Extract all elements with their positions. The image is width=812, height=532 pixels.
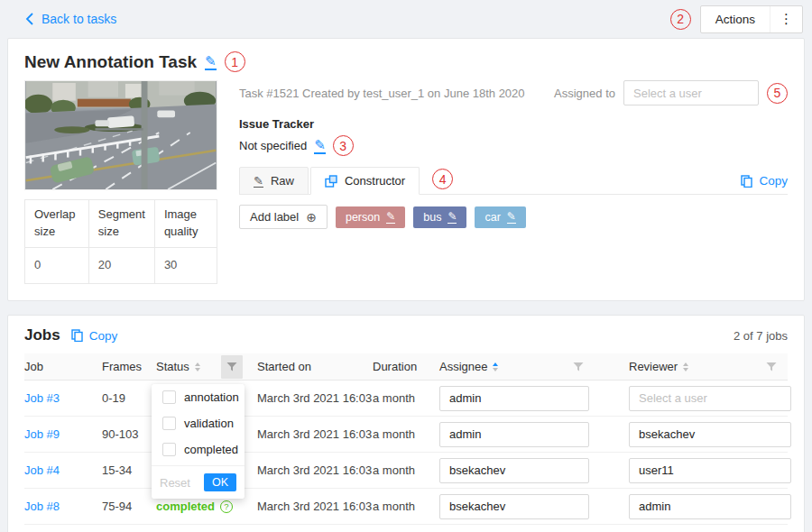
job-9-duration: a month: [373, 427, 439, 441]
status-filter-icon[interactable]: [221, 355, 243, 379]
column-frames: Frames: [102, 360, 156, 373]
reviewer-sorter[interactable]: [683, 362, 688, 371]
copy-icon: [71, 329, 83, 342]
job-8-reviewer-input[interactable]: [629, 494, 791, 519]
job-9-link[interactable]: Job #9: [24, 427, 102, 441]
tab-raw[interactable]: ✎ Raw: [239, 167, 309, 195]
edit-label-car-icon[interactable]: ✎: [507, 211, 516, 224]
copy-labels-link[interactable]: Copy: [741, 174, 788, 188]
job-3-assignee-input[interactable]: [439, 386, 589, 411]
task-meta-text: Task #1521 Created by test_user_1 on Jun…: [239, 87, 525, 100]
job-8-duration: a month: [373, 500, 439, 513]
column-status-label: Status: [156, 360, 189, 373]
tab-raw-label: Raw: [271, 174, 294, 188]
filter-option-completed[interactable]: completed: [152, 436, 245, 463]
edit-task-name-icon[interactable]: ✎: [205, 54, 217, 70]
edit-label-person-icon[interactable]: ✎: [386, 211, 395, 224]
assigned-to-input[interactable]: [623, 80, 759, 105]
copy-jobs-link[interactable]: Copy: [71, 329, 118, 343]
task-title: New Annotation Task: [24, 52, 197, 72]
edit-label-bus-icon[interactable]: ✎: [448, 211, 457, 224]
filter-option-annotation-label: annotation: [184, 390, 239, 404]
job-9-reviewer-input[interactable]: [629, 422, 791, 447]
more-dots-icon[interactable]: ⋮: [770, 6, 802, 32]
assignee-sorter[interactable]: [493, 362, 498, 371]
question-circle-icon[interactable]: ?: [220, 500, 233, 513]
job-row-4: Job #4 15-34 March 3rd 2021 16:03 a mont…: [24, 453, 788, 489]
param-value-segment: 20: [88, 247, 154, 283]
status-sorter[interactable]: [195, 362, 200, 371]
job-4-started: March 3rd 2021 16:03: [257, 463, 373, 477]
job-row-9: Job #9 90-103 March 3rd 2021 16:03 a mon…: [24, 417, 788, 453]
job-3-frames: 0-19: [102, 391, 156, 405]
copy-icon: [741, 175, 752, 188]
add-label-button[interactable]: Add label ⊕: [239, 205, 328, 229]
filter-option-annotation[interactable]: annotation: [152, 384, 245, 410]
callout-1: 1: [225, 51, 245, 72]
plus-circle-icon: ⊕: [306, 211, 317, 224]
jobs-card: Jobs Copy 2 of 7 jobs Job Frames Status …: [7, 315, 805, 532]
filter-option-validation[interactable]: validation: [152, 410, 245, 436]
checkbox-validation[interactable]: [162, 417, 176, 430]
label-chip-car[interactable]: car ✎: [475, 206, 525, 228]
top-bar: Back to tasks 2 Actions ⋮: [0, 0, 812, 38]
job-8-assignee-input[interactable]: [439, 494, 589, 519]
job-3-duration: a month: [373, 391, 439, 405]
pencil-icon: ✎: [254, 175, 263, 188]
checkbox-annotation[interactable]: [162, 390, 176, 404]
jobs-title: Jobs: [24, 326, 60, 344]
callout-3: 3: [333, 135, 354, 156]
job-row-3: Job #3 0-19 March 3rd 2021 16:03 a month: [24, 381, 788, 417]
job-4-link[interactable]: Job #4: [24, 463, 102, 477]
param-header-segment: Segment size: [88, 200, 154, 248]
assigned-to-label: Assigned to: [554, 87, 615, 100]
back-to-tasks-link[interactable]: Back to tasks: [25, 12, 116, 26]
chevron-left-icon: [25, 13, 33, 25]
actions-button[interactable]: Actions ⋮: [700, 5, 803, 33]
filter-ok-button[interactable]: OK: [204, 473, 236, 491]
job-8-frames: 75-94: [102, 500, 156, 513]
status-filter-dropdown: annotation validation completed Reset OK: [152, 384, 245, 499]
column-job: Job: [24, 360, 102, 373]
job-4-reviewer-input[interactable]: [629, 458, 791, 483]
labels-tabs-bar: ✎ Raw Constructor 4 C: [239, 167, 788, 195]
job-8-status-label: completed: [156, 500, 215, 513]
tab-constructor-label: Constructor: [345, 174, 405, 188]
job-3-link[interactable]: Job #3: [24, 391, 102, 405]
job-4-duration: a month: [373, 463, 439, 477]
copy-jobs-label: Copy: [89, 329, 118, 343]
param-header-quality: Image quality: [154, 200, 217, 248]
job-8-link[interactable]: Job #8: [24, 500, 102, 513]
callout-5: 5: [767, 83, 788, 104]
task-params-table: Overlap size Segment size Image quality …: [24, 199, 217, 284]
filter-option-completed-label: completed: [184, 443, 238, 456]
reviewer-filter-icon[interactable]: [761, 355, 782, 379]
label-car-name: car: [484, 211, 500, 224]
job-9-frames: 90-103: [102, 427, 156, 441]
tab-constructor[interactable]: Constructor: [310, 167, 420, 195]
jobs-table: Job Frames Status Started on Duration As…: [24, 353, 788, 525]
task-details-card: New Annotation Task ✎ 1: [7, 38, 805, 301]
job-9-started: March 3rd 2021 16:03: [257, 427, 373, 441]
jobs-table-header: Job Frames Status Started on Duration As…: [24, 353, 788, 381]
actions-button-label[interactable]: Actions: [701, 6, 770, 32]
label-chip-bus[interactable]: bus ✎: [413, 206, 466, 228]
task-preview-image: [24, 80, 217, 190]
job-3-reviewer-input[interactable]: [629, 386, 791, 411]
back-to-tasks-label: Back to tasks: [42, 12, 116, 26]
param-header-overlap: Overlap size: [25, 200, 89, 248]
label-person-name: person: [346, 211, 380, 224]
assignee-filter-icon[interactable]: [567, 355, 589, 379]
checkbox-completed[interactable]: [162, 443, 176, 456]
edit-issue-tracker-icon[interactable]: ✎: [314, 138, 326, 154]
filter-option-validation-label: validation: [184, 417, 234, 430]
filter-reset-button[interactable]: Reset: [160, 476, 190, 490]
job-9-assignee-input[interactable]: [439, 422, 589, 447]
param-value-overlap: 0: [25, 247, 89, 283]
job-8-started: March 3rd 2021 16:03: [257, 500, 373, 513]
column-status: Status: [156, 355, 257, 379]
label-chip-person[interactable]: person ✎: [336, 206, 405, 228]
job-4-assignee-input[interactable]: [439, 458, 589, 483]
job-row-8: Job #8 75-94 completed ? March 3rd 2021 …: [24, 489, 788, 525]
add-label-text: Add label: [250, 210, 299, 224]
